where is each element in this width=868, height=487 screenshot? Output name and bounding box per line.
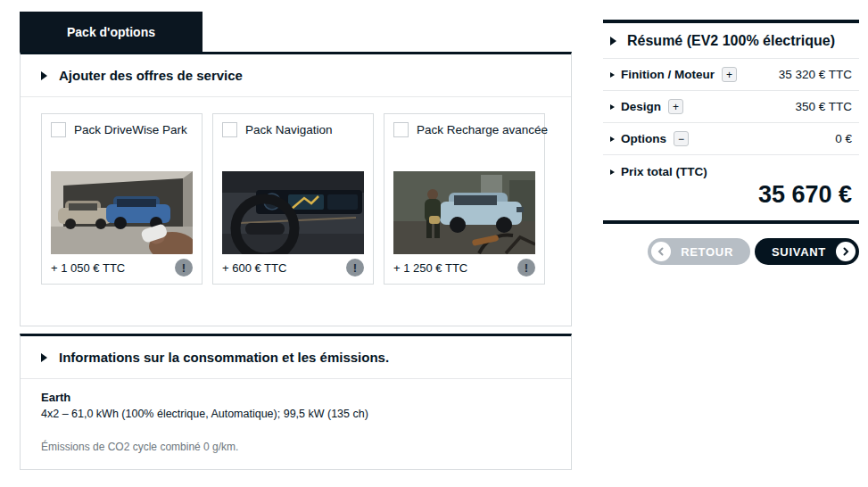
- consumption-title: Informations sur la consommation et les …: [59, 350, 389, 365]
- retour-button[interactable]: RETOUR: [648, 238, 750, 265]
- row-value: 350 € TTC: [795, 100, 852, 113]
- collapse-options-button[interactable]: −: [674, 131, 689, 146]
- arrow-right-icon: [610, 136, 615, 142]
- drivewise-park-checkbox[interactable]: [51, 122, 66, 137]
- total-price-value: 35 670 €: [610, 181, 852, 209]
- service-offers-header[interactable]: Ajouter des offres de service: [21, 54, 571, 97]
- triangle-right-icon: [41, 353, 47, 362]
- total-label: Prix total (TTC): [621, 165, 707, 178]
- info-icon[interactable]: !: [517, 259, 535, 277]
- drivewise-park-image: [51, 171, 193, 254]
- summary-row-design: Design + 350 € TTC: [603, 91, 859, 123]
- option-card-recharge-avancee: Pack Recharge avancée: [384, 113, 545, 285]
- row-value: 0 €: [835, 132, 852, 145]
- row-label: Design: [621, 100, 661, 113]
- triangle-right-icon: [41, 71, 47, 80]
- chevron-left-icon: [651, 242, 671, 261]
- expand-design-button[interactable]: +: [668, 99, 683, 114]
- configurator-page: Pack d'options Ajouter des offres de ser…: [0, 0, 868, 470]
- total-label-row: Prix total (TTC): [610, 165, 852, 178]
- chevron-right-icon: [836, 242, 856, 261]
- triangle-right-icon: [610, 37, 616, 45]
- recharge-avancee-checkbox[interactable]: [393, 122, 409, 137]
- card-title: Pack Navigation: [245, 123, 333, 136]
- total-price-row: Prix total (TTC) 35 670 €: [603, 155, 859, 220]
- retour-label: RETOUR: [681, 245, 733, 259]
- navigation-image: [222, 171, 364, 254]
- consumption-panel: Informations sur la consommation et les …: [20, 334, 572, 470]
- service-offers-panel: Ajouter des offres de service Pack Drive…: [20, 52, 572, 326]
- summary-row-finition-moteur: Finition / Moteur + 35 320 € TTC: [603, 59, 859, 91]
- card-price: + 600 € TTC: [222, 261, 286, 275]
- powertrain-spec: 4x2 – 61,0 kWh (100% électrique, Automat…: [41, 408, 550, 420]
- summary-title: Résumé (EV2 100% électrique): [627, 33, 835, 49]
- card-price: + 1 050 € TTC: [51, 261, 125, 275]
- expand-finition-button[interactable]: +: [722, 67, 737, 82]
- option-cards: Pack DriveWise Park: [21, 97, 571, 326]
- arrow-right-icon: [610, 104, 615, 110]
- row-value: 35 320 € TTC: [779, 68, 852, 81]
- info-icon[interactable]: !: [175, 259, 193, 277]
- row-label: Options: [621, 132, 666, 145]
- option-card-navigation: Pack Navigation: [212, 113, 374, 285]
- card-foot: + 600 € TTC !: [222, 259, 364, 277]
- tab-pack-options[interactable]: Pack d'options: [20, 12, 203, 52]
- summary-row-options: Options − 0 €: [603, 123, 859, 155]
- card-head: Pack Navigation: [222, 122, 364, 137]
- card-foot: + 1 050 € TTC !: [51, 259, 193, 277]
- co2-emissions: Émissions de CO2 cycle combiné 0 g/km.: [41, 441, 550, 453]
- card-head: Pack DriveWise Park: [51, 122, 193, 137]
- navigation-checkbox[interactable]: [222, 122, 237, 137]
- row-label: Finition / Moteur: [621, 68, 715, 81]
- arrow-right-icon: [610, 72, 615, 78]
- summary-header[interactable]: Résumé (EV2 100% électrique): [603, 23, 859, 59]
- info-icon[interactable]: !: [346, 259, 364, 277]
- recharge-avancee-image: [393, 171, 535, 254]
- navigation-buttons: RETOUR SUIVANT: [603, 238, 859, 265]
- suivant-label: SUIVANT: [772, 245, 826, 259]
- arrow-right-icon: [610, 169, 615, 175]
- card-title: Pack Recharge avancée: [417, 123, 548, 136]
- card-foot: + 1 250 € TTC !: [393, 259, 535, 277]
- summary-sidebar: Résumé (EV2 100% électrique) Finition / …: [603, 20, 859, 470]
- main-content: Pack d'options Ajouter des offres de ser…: [20, 12, 572, 470]
- tab-label: Pack d'options: [67, 25, 155, 39]
- option-card-drivewise-park: Pack DriveWise Park: [41, 113, 203, 285]
- consumption-body: Earth 4x2 – 61,0 kWh (100% électrique, A…: [21, 379, 571, 469]
- consumption-header[interactable]: Informations sur la consommation et les …: [21, 336, 571, 379]
- trim-name: Earth: [41, 391, 550, 404]
- card-head: Pack Recharge avancée: [393, 122, 535, 137]
- summary-panel: Résumé (EV2 100% électrique) Finition / …: [603, 20, 859, 224]
- card-title: Pack DriveWise Park: [74, 123, 187, 136]
- service-offers-title: Ajouter des offres de service: [59, 68, 243, 83]
- card-price: + 1 250 € TTC: [393, 261, 467, 275]
- suivant-button[interactable]: SUIVANT: [755, 238, 859, 265]
